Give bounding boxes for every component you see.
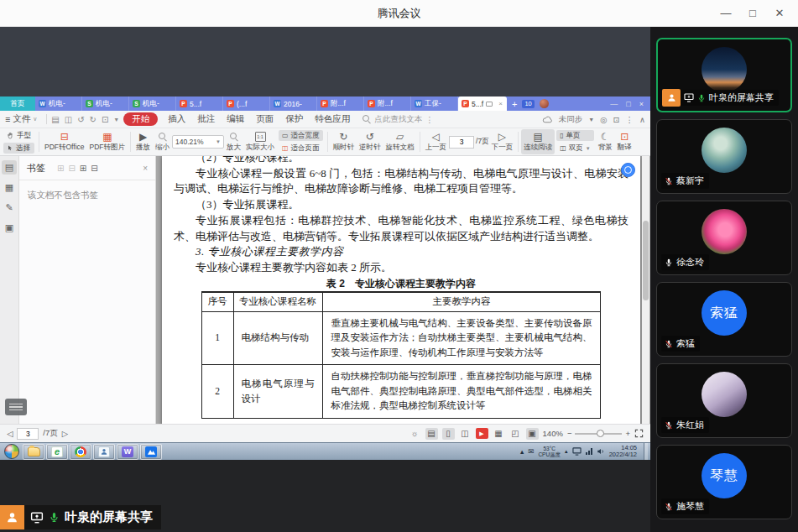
maximize-button[interactable]: □ xyxy=(741,7,764,19)
play-button[interactable]: ▶播放 xyxy=(133,129,153,154)
save-icon[interactable]: ▤ xyxy=(51,115,59,124)
prev-page-button[interactable]: ◁上一页 xyxy=(423,129,450,154)
taskbar-wps-button[interactable]: W xyxy=(117,444,138,460)
collapse-all-icon[interactable]: ⊟ xyxy=(68,164,75,173)
new-tab-button[interactable]: + xyxy=(512,99,517,109)
single-layout-icon[interactable]: ▯ xyxy=(442,428,455,440)
double-layout-icon[interactable]: ◫ xyxy=(459,428,472,440)
network-signal-icon[interactable] xyxy=(586,448,592,455)
select-tool-button[interactable]: 选择 xyxy=(3,143,34,154)
wps-minimize-button[interactable]: — xyxy=(610,100,618,108)
zoom-slider-track[interactable] xyxy=(575,433,622,435)
apps-count-badge[interactable]: 10 xyxy=(522,100,534,108)
wps-doc-tab-2[interactable]: S机电- xyxy=(82,96,129,111)
taskbar-chrome-button[interactable] xyxy=(70,444,91,460)
continuous-layout-icon[interactable]: ▤ xyxy=(425,428,438,440)
next-page-button[interactable]: ▷下一页 xyxy=(489,129,516,154)
zoom-slider-knob[interactable] xyxy=(597,430,604,437)
redo-icon[interactable]: ↻ xyxy=(90,115,96,124)
document-viewport[interactable]: （2）专业核心课程。 专业核心课程一般设置 6~8 门，包括：电梯结构与传动、电… xyxy=(156,156,650,424)
thumbnail-panel-icon[interactable]: ▦ xyxy=(2,180,17,195)
menu-tab-comment[interactable]: 批注 xyxy=(197,113,215,125)
print-icon[interactable]: ◫ xyxy=(65,115,72,124)
zoom-minus-icon[interactable]: − xyxy=(567,429,572,438)
cpu-temperature[interactable]: 53°C CPU温度 xyxy=(538,446,561,458)
wps-account-avatar[interactable] xyxy=(540,99,549,108)
rotate-doc-button[interactable]: ▱旋转文档 xyxy=(383,129,417,154)
fullscreen-icon[interactable] xyxy=(634,429,644,438)
wps-doc-tab-3[interactable]: S机电- xyxy=(129,96,176,111)
single-page-button[interactable]: ▯单页 xyxy=(556,130,594,141)
wps-home-tab[interactable]: 首页 xyxy=(0,96,35,111)
undo-icon[interactable]: ↺ xyxy=(77,115,84,124)
menu-tab-page[interactable]: 页面 xyxy=(256,113,274,125)
grid-view-icon[interactable]: ▦ xyxy=(493,428,505,440)
zoom-level-combobox[interactable]: 140.21%▼ xyxy=(172,135,224,149)
menu-tab-protect[interactable]: 保护 xyxy=(285,113,303,125)
export-icon[interactable]: ⊡ xyxy=(102,115,108,124)
continuous-read-button[interactable]: ▤连续阅读 xyxy=(521,129,555,154)
wps-doc-tab-5[interactable]: P(...f xyxy=(223,96,270,111)
tray-mail-icon[interactable]: ✉ xyxy=(528,447,534,456)
background-button[interactable]: ☾背景 xyxy=(596,129,615,154)
wps-doc-tab-8[interactable]: P附...f xyxy=(364,96,411,111)
close-button[interactable]: ✕ xyxy=(768,7,791,19)
taskbar-qq-button[interactable] xyxy=(93,444,115,460)
remove-bookmark-icon[interactable]: ⊟ xyxy=(91,164,97,173)
crop-view-icon[interactable]: ◰ xyxy=(509,428,522,440)
tab-close-icon[interactable]: × xyxy=(498,100,503,107)
floating-assistant-button[interactable] xyxy=(621,163,635,177)
menu-tab-edit[interactable]: 编辑 xyxy=(227,113,244,125)
participant-tile[interactable]: 索猛 索猛 xyxy=(656,282,792,357)
status-next-page-icon[interactable]: ▷ xyxy=(62,429,68,438)
expand-all-icon[interactable]: ⊞ xyxy=(57,164,64,173)
show-desktop-button[interactable] xyxy=(644,443,648,461)
menu-tab-home[interactable]: 开始 xyxy=(123,112,158,126)
file-menu[interactable]: ≡ 文件 ∨ xyxy=(5,113,37,125)
vertical-scrollbar[interactable] xyxy=(642,156,649,424)
hand-tool-button[interactable]: 手型 xyxy=(3,130,34,141)
translate-button[interactable]: ⊡翻译 xyxy=(615,129,634,154)
participant-tile[interactable]: 蔡新宇 xyxy=(656,119,792,194)
menu-tab-special[interactable]: 特色应用 xyxy=(315,113,350,125)
wps-restore-button[interactable]: □ xyxy=(626,100,630,108)
search-more-icon[interactable]: ⋮ xyxy=(425,115,434,124)
pdf-to-office-button[interactable]: ⊟PDF转Office xyxy=(42,129,87,154)
double-page-button[interactable]: ◫双页▼ xyxy=(556,143,594,154)
more-menu-icon[interactable]: ⋮ xyxy=(626,115,634,124)
participant-tile[interactable]: 徐念玲 xyxy=(656,201,792,275)
clipboard-panel-icon[interactable]: ▣ xyxy=(2,221,17,235)
wps-doc-tab-9[interactable]: W工保- xyxy=(411,96,458,111)
start-button[interactable] xyxy=(4,444,19,459)
rotate-cw-button[interactable]: ↻顺时针 xyxy=(331,129,357,154)
minimize-button[interactable]: — xyxy=(714,7,738,19)
tray-expand-icon[interactable]: ▴ xyxy=(565,448,568,455)
collapse-ribbon-icon[interactable]: ∧ xyxy=(639,115,645,124)
wps-doc-tab-7[interactable]: P附...f xyxy=(317,96,364,111)
actual-size-button[interactable]: 1:1实际大小 xyxy=(243,129,277,154)
close-panel-icon[interactable]: × xyxy=(143,164,148,173)
tray-monitor-icon[interactable] xyxy=(572,447,582,456)
annotate-panel-icon[interactable]: ✎ xyxy=(2,201,17,215)
page-number-input[interactable] xyxy=(449,136,474,149)
taskbar-meeting-button[interactable] xyxy=(140,444,162,460)
rotate-ccw-button[interactable]: ↺逆时针 xyxy=(357,129,383,154)
taskbar-clock[interactable]: 14:05 2022/4/12 xyxy=(609,445,637,459)
pdf-to-image-button[interactable]: ▦PDF转图片 xyxy=(87,129,128,154)
menu-tab-insert[interactable]: 插入 xyxy=(168,113,185,125)
status-page-input[interactable] xyxy=(17,428,39,440)
reading-widget[interactable] xyxy=(5,399,27,415)
wps-doc-tab-1[interactable]: W机电- xyxy=(35,96,82,111)
taskbar-explorer-button[interactable] xyxy=(23,444,44,460)
scrollbar-thumb[interactable] xyxy=(643,221,649,301)
tray-chevron-icon[interactable]: ▴ xyxy=(520,447,524,456)
bookmarks-panel-icon[interactable]: ▤ xyxy=(2,160,17,175)
zoom-slider[interactable]: − + xyxy=(567,429,630,438)
comment-bubble-icon[interactable]: ⊡ xyxy=(613,115,620,124)
eye-protect-icon[interactable]: ☼ xyxy=(409,428,421,440)
volume-icon[interactable] xyxy=(597,447,605,456)
wps-doc-tab-4[interactable]: P5...f xyxy=(176,96,223,111)
more-tools-icon[interactable]: ▼ xyxy=(113,117,119,123)
status-prev-page-icon[interactable]: ◁ xyxy=(7,429,13,438)
wps-doc-tab-active[interactable]: P 5...f × xyxy=(458,96,507,111)
